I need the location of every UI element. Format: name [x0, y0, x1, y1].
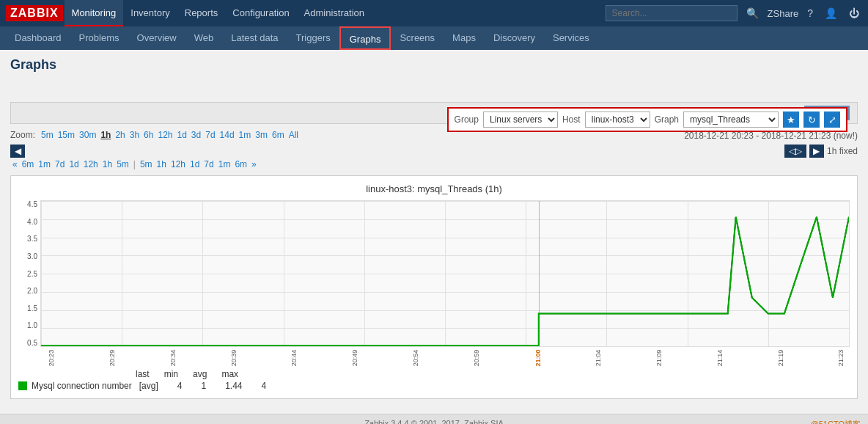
subnav-triggers[interactable]: Triggers	[287, 26, 339, 50]
graph-label: Graph	[655, 114, 679, 125]
zoom-6m[interactable]: 6m	[271, 130, 286, 140]
subnav-latest-data[interactable]: Latest data	[222, 26, 287, 50]
legend-row: Mysql connection number [avg] 4 1 1.44 4	[18, 381, 850, 391]
legend-item-type: [avg]	[139, 381, 158, 391]
date-range: 2018-12-21 20:23 - 2018-12-21 21:23 (now…	[684, 131, 858, 141]
nav-row: ◀ ◁▷ ▶ 1h fixed	[10, 145, 858, 158]
zoom-out-button[interactable]: ◁▷	[784, 145, 806, 158]
legend-min: 1	[201, 381, 206, 391]
legend: last min avg max Mysql connection number…	[18, 369, 850, 391]
shift-separator: |	[131, 159, 138, 169]
forward-button[interactable]: ▶	[809, 145, 824, 158]
graph-controls: Group Linux servers Host linux-host3 Gra…	[447, 107, 847, 132]
zoom-label: Zoom:	[10, 130, 35, 140]
zoom-3m[interactable]: 3m	[254, 130, 269, 140]
shift-row: « 6m 1m 7d 1d 12h 1h 5m | 5m 1h 12h 1d 7…	[10, 159, 858, 169]
refresh-button[interactable]: ↻	[803, 112, 820, 128]
zoom-1m[interactable]: 1m	[238, 130, 253, 140]
nav-inventory[interactable]: Inventory	[123, 0, 177, 26]
shift-next-12h[interactable]: 12h	[169, 159, 188, 169]
subnav-overview[interactable]: Overview	[128, 26, 185, 50]
nav-right: ◁▷ ▶ 1h fixed	[784, 145, 858, 158]
page-title: Graphs	[10, 57, 858, 73]
zoom-1d[interactable]: 1d	[176, 130, 188, 140]
y-axis: 4.5 4.0 3.5 3.0 2.5 2.0 1.5 1.0 0.5	[18, 200, 40, 347]
zoom-5m[interactable]: 5m	[40, 130, 55, 140]
subnav-dashboard[interactable]: Dashboard	[6, 26, 70, 50]
legend-max: 4	[261, 381, 266, 391]
shift-next-1h[interactable]: 1h	[155, 159, 169, 169]
subnav-maps[interactable]: Maps	[444, 26, 485, 50]
back-button[interactable]: ◀	[10, 145, 25, 158]
top-navbar: ZABBIX Monitoring Inventory Reports Conf…	[0, 0, 868, 26]
zoom-3d[interactable]: 3d	[190, 130, 202, 140]
sub-navbar: Dashboard Problems Overview Web Latest d…	[0, 26, 868, 50]
favorite-button[interactable]: ★	[783, 112, 799, 128]
zoom-1h[interactable]: 1h	[99, 130, 112, 140]
expand-button[interactable]: ⤢	[824, 112, 840, 128]
x-axis: 20:23 20:29 20:34 20:39 20:44 20:49 20:5…	[18, 348, 850, 362]
shift-prev-1h[interactable]: 1h	[100, 159, 114, 169]
shift-prev-1d[interactable]: 1d	[67, 159, 81, 169]
zoom-7d[interactable]: 7d	[204, 130, 216, 140]
zoom-12h[interactable]: 12h	[156, 130, 174, 140]
host-select[interactable]: linux-host3	[585, 112, 650, 128]
shift-prev-5m[interactable]: 5m	[114, 159, 131, 169]
nav-left: ◀	[10, 145, 25, 158]
subnav-services[interactable]: Services	[544, 26, 598, 50]
legend-header: last min avg max	[18, 369, 850, 379]
period-info: 1h fixed	[827, 146, 858, 156]
graph-container: linux-host3: mysql_Threads (1h) 4.5 4.0 …	[10, 175, 858, 399]
subnav-screens[interactable]: Screens	[391, 26, 444, 50]
graph-select[interactable]: mysql_Threads	[683, 112, 779, 128]
group-label: Group	[455, 114, 479, 125]
shift-prev-1m[interactable]: 1m	[36, 159, 53, 169]
subnav-discovery[interactable]: Discovery	[485, 26, 544, 50]
search-icon[interactable]: 🔍	[743, 7, 762, 19]
legend-color-swatch	[18, 381, 27, 390]
host-label: Host	[562, 114, 581, 125]
subnav-problems[interactable]: Problems	[70, 26, 128, 50]
zoom-6h[interactable]: 6h	[142, 130, 155, 140]
zoom-all[interactable]: All	[287, 130, 300, 140]
main-content: Graphs Group Linux servers Host linux-ho…	[0, 50, 868, 414]
zoom-3h[interactable]: 3h	[128, 130, 141, 140]
subnav-web[interactable]: Web	[185, 26, 223, 50]
zoom-2h[interactable]: 2h	[114, 130, 126, 140]
nav-administration[interactable]: Administration	[297, 0, 372, 26]
subnav-graphs[interactable]: Graphs	[339, 26, 391, 50]
shift-next-6m[interactable]: 6m	[232, 159, 249, 169]
nav-reports[interactable]: Reports	[177, 0, 226, 26]
footer-right: @51CTO博客	[811, 419, 861, 424]
footer-text: Zabbix 3.4.4 © 2001–2017, Zabbix SIA	[364, 419, 504, 424]
top-nav-right: 🔍 ZShare ? 👤 ⏻	[606, 5, 862, 21]
shift-prev-6m[interactable]: «	[10, 159, 20, 169]
zshare-link[interactable]: ZShare	[768, 8, 799, 19]
zoom-15m[interactable]: 15m	[56, 130, 76, 140]
help-icon[interactable]: ?	[804, 7, 816, 19]
search-input[interactable]	[606, 5, 738, 21]
shift-prev-12h[interactable]: 12h	[81, 159, 100, 169]
shift-next-7d[interactable]: 7d	[202, 159, 216, 169]
zoom-30m[interactable]: 30m	[78, 130, 98, 140]
zoom-bar: Zoom: 5m 15m 30m 1h 2h 3h 6h 12h 1d 3d 7…	[10, 130, 300, 140]
legend-item-name: Mysql connection number	[32, 381, 132, 391]
nav-monitoring[interactable]: Monitoring	[65, 0, 124, 26]
shift-next-5m[interactable]: 5m	[138, 159, 155, 169]
group-select[interactable]: Linux servers	[483, 112, 558, 128]
shift-next-6m-r[interactable]: »	[249, 159, 259, 169]
legend-avg: 1.44	[225, 381, 242, 391]
chart-area[interactable]	[40, 200, 850, 347]
shift-next-1m[interactable]: 1m	[216, 159, 233, 169]
power-icon[interactable]: ⏻	[846, 7, 862, 19]
user-icon[interactable]: 👤	[822, 7, 840, 19]
logo[interactable]: ZABBIX	[6, 5, 63, 21]
chart-svg	[41, 201, 849, 346]
shift-prev-6m-l[interactable]: 6m	[20, 159, 37, 169]
nav-configuration[interactable]: Configuration	[225, 0, 296, 26]
shift-next-1d[interactable]: 1d	[188, 159, 202, 169]
zoom-14d[interactable]: 14d	[218, 130, 236, 140]
shift-prev-7d[interactable]: 7d	[53, 159, 67, 169]
chart-wrap: 4.5 4.0 3.5 3.0 2.5 2.0 1.5 1.0 0.5	[18, 200, 850, 347]
legend-last: 4	[177, 381, 183, 391]
